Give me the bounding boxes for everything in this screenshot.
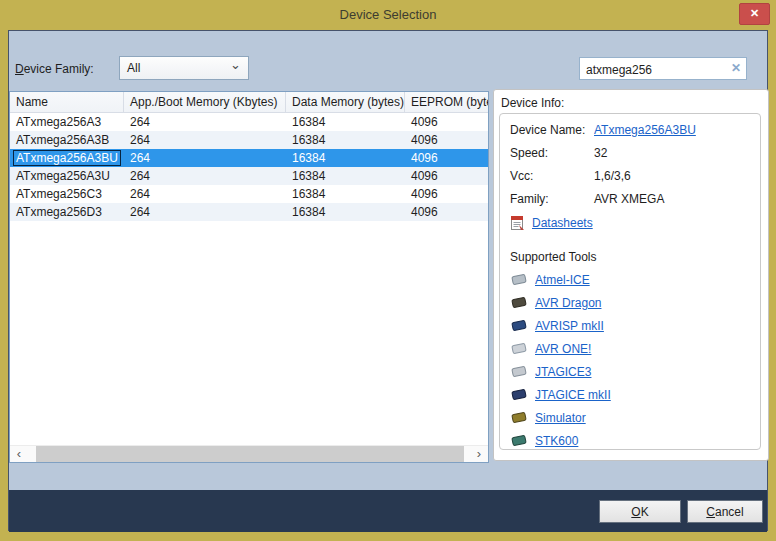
simulator-icon (510, 410, 528, 425)
jtagice3-icon (510, 364, 528, 379)
table-row[interactable]: ATxmega256C3264163844096 (10, 185, 488, 203)
tool-item: AVR ONE! (510, 337, 760, 360)
app-boot-memory-cell: 264 (124, 149, 286, 167)
avr-dragon-icon (510, 295, 528, 310)
data-memory-cell: 16384 (286, 185, 405, 203)
tool-link[interactable]: STK600 (535, 434, 578, 448)
cancel-button[interactable]: Cancel (687, 500, 763, 523)
scrollbar-thumb[interactable] (36, 446, 464, 462)
eeprom-cell: 4096 (405, 185, 489, 203)
data-memory-cell: 16384 (286, 131, 405, 149)
datasheets-row: Datasheets (510, 215, 760, 231)
device-name-cell: ATxmega256A3 (10, 113, 124, 131)
scroll-left-arrow-icon[interactable]: ‹ (10, 446, 28, 462)
tool-link[interactable]: AVR ONE! (535, 342, 591, 356)
ok-button[interactable]: OK (599, 500, 681, 523)
tool-link[interactable]: AVR Dragon (535, 296, 601, 310)
app-boot-memory-cell: 264 (124, 131, 286, 149)
jtagice-mkii-icon (510, 387, 528, 402)
vcc-row: Vcc: 1,6/3,6 (510, 169, 760, 183)
device-family-label: Device Family: (15, 62, 94, 76)
tool-link[interactable]: Simulator (535, 411, 586, 425)
device-search-input[interactable] (584, 59, 726, 80)
close-icon: ✕ (750, 7, 759, 19)
table-row[interactable]: ATxmega256A3B264163844096 (10, 131, 488, 149)
app-boot-memory-cell: 264 (124, 113, 286, 131)
app-boot-memory-cell: 264 (124, 185, 286, 203)
device-family-dropdown[interactable]: All ⌄ (119, 56, 249, 80)
avr-one-icon (510, 341, 528, 356)
close-button[interactable]: ✕ (739, 3, 770, 25)
vcc-label: Vcc: (510, 169, 594, 183)
supported-tools-list: Atmel-ICEAVR DragonAVRISP mkIIAVR ONE!JT… (510, 268, 760, 450)
family-row: Family: AVR XMEGA (510, 192, 760, 206)
device-name-cell: ATxmega256D3 (10, 203, 124, 221)
chevron-down-icon: ⌄ (230, 54, 241, 76)
device-info-box: Device Name: ATxmega256A3BU Speed: 32 Vc… (499, 113, 761, 450)
table-row[interactable]: ATxmega256A3264163844096 (10, 113, 488, 131)
tool-item: Atmel-ICE (510, 268, 760, 291)
data-memory-cell: 16384 (286, 203, 405, 221)
device-name-cell: ATxmega256A3U (10, 167, 124, 185)
device-name-label: Device Name: (510, 123, 594, 137)
stk600-icon (510, 433, 528, 448)
tool-link[interactable]: AVRISP mkII (535, 319, 604, 333)
horizontal-scrollbar[interactable]: ‹ › (10, 445, 488, 462)
device-table: Name App./Boot Memory (Kbytes) Data Memo… (9, 91, 489, 463)
device-name-cell: ATxmega256C3 (10, 185, 124, 203)
device-family-selected-value: All (127, 61, 140, 75)
tool-item: JTAGICE3 (510, 360, 760, 383)
dialog-body: Device Family: All ⌄ ✕ Name App./Boot Me… (8, 30, 768, 531)
device-name-row: Device Name: ATxmega256A3BU (510, 123, 760, 137)
speed-label: Speed: (510, 146, 594, 160)
data-memory-cell: 16384 (286, 113, 405, 131)
app-boot-memory-cell: 264 (124, 203, 286, 221)
tool-item: STK600 (510, 429, 760, 450)
datasheets-link[interactable]: Datasheets (532, 216, 593, 230)
pdf-icon (510, 215, 525, 231)
footer-bar: OK Cancel (9, 490, 767, 532)
eeprom-cell: 4096 (405, 203, 489, 221)
device-table-rows: ATxmega256A3264163844096ATxmega256A3B264… (10, 113, 488, 221)
window-title: Device Selection (340, 7, 437, 22)
tool-link[interactable]: JTAGICE mkII (535, 388, 611, 402)
device-name-link[interactable]: ATxmega256A3BU (594, 123, 696, 137)
eeprom-cell: 4096 (405, 113, 489, 131)
data-memory-cell: 16384 (286, 167, 405, 185)
family-value: AVR XMEGA (594, 192, 664, 206)
speed-value: 32 (594, 146, 607, 160)
table-row[interactable]: ATxmega256A3BU264163844096 (10, 149, 488, 167)
device-info-panel: Device Info: Device Name: ATxmega256A3BU… (493, 89, 769, 461)
tool-item: Simulator (510, 406, 760, 429)
column-header-data-memory[interactable]: Data Memory (bytes) (286, 92, 405, 112)
column-header-app-boot-memory[interactable]: App./Boot Memory (Kbytes) (124, 92, 286, 112)
eeprom-cell: 4096 (405, 167, 489, 185)
vcc-value: 1,6/3,6 (594, 169, 631, 183)
title-bar: Device Selection (0, 0, 776, 30)
dialog-content: Device Family: All ⌄ ✕ Name App./Boot Me… (9, 31, 767, 490)
scroll-right-arrow-icon[interactable]: › (470, 446, 488, 462)
eeprom-cell: 4096 (405, 149, 489, 167)
column-header-eeprom[interactable]: EEPROM (bytes) (405, 92, 489, 112)
family-label: Family: (510, 192, 594, 206)
table-row[interactable]: ATxmega256D3264163844096 (10, 203, 488, 221)
avrisp-mkii-icon (510, 318, 528, 333)
supported-tools-title: Supported Tools (510, 250, 760, 264)
atmel-ice-icon (510, 272, 528, 287)
speed-row: Speed: 32 (510, 146, 760, 160)
device-table-header: Name App./Boot Memory (Kbytes) Data Memo… (10, 92, 488, 113)
device-search-box: ✕ (579, 57, 747, 80)
tool-item: AVRISP mkII (510, 314, 760, 337)
tool-item: AVR Dragon (510, 291, 760, 314)
search-clear-icon[interactable]: ✕ (731, 61, 741, 75)
tool-item: JTAGICE mkII (510, 383, 760, 406)
device-name-cell: ATxmega256A3B (10, 131, 124, 149)
device-info-title: Device Info: (501, 96, 768, 110)
device-name-cell: ATxmega256A3BU (10, 149, 124, 167)
eeprom-cell: 4096 (405, 131, 489, 149)
tool-link[interactable]: JTAGICE3 (535, 365, 591, 379)
app-boot-memory-cell: 264 (124, 167, 286, 185)
tool-link[interactable]: Atmel-ICE (535, 273, 590, 287)
table-row[interactable]: ATxmega256A3U264163844096 (10, 167, 488, 185)
column-header-name[interactable]: Name (10, 92, 124, 112)
